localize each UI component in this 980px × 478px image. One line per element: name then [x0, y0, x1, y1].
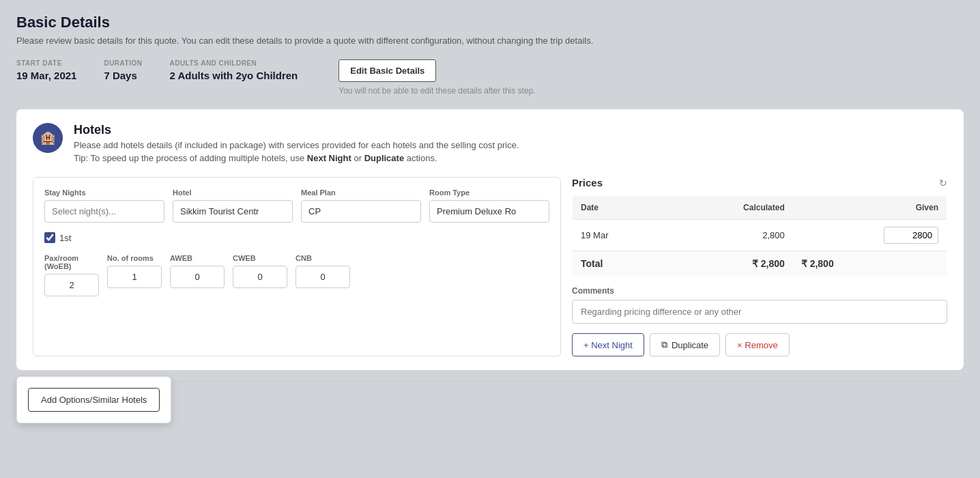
prices-panel: Prices ↻ Date Calculated Given 19 Mar — [572, 177, 947, 356]
hotels-card: 🏨 Hotels Please add hotels details (if i… — [16, 109, 964, 370]
edit-basic-details-button[interactable]: Edit Basic Details — [338, 59, 436, 82]
cnb-group: CNB — [296, 254, 350, 296]
hotel-label: Hotel — [173, 188, 293, 197]
duplicate-button[interactable]: ⧉ Duplicate — [650, 333, 720, 356]
adults-label: ADULTS AND CHILDREN — [169, 59, 298, 67]
night-1-label: 1st — [59, 233, 71, 243]
adults-group: ADULTS AND CHILDREN 2 Adults with 2yo Ch… — [169, 59, 298, 81]
duration-value: 7 Days — [104, 70, 142, 81]
edit-section: Edit Basic Details You will not be able … — [338, 59, 535, 96]
aweb-group: AWEB — [170, 254, 225, 296]
add-options-similar-hotels-button[interactable]: Add Options/Similar Hotels — [28, 388, 160, 412]
duplicate-icon: ⧉ — [661, 339, 667, 350]
meal-plan-label: Meal Plan — [301, 188, 421, 197]
stay-nights-input[interactable] — [44, 200, 164, 223]
price-given-cell-1 — [793, 220, 947, 251]
duration-group: DURATION 7 Days — [104, 59, 142, 81]
stay-nights-group: Stay Nights — [44, 188, 164, 223]
cweb-input[interactable] — [233, 266, 287, 288]
tip-next: Next Night — [307, 153, 351, 163]
room-type-label: Room Type — [429, 188, 549, 197]
meal-plan-group: Meal Plan — [301, 188, 421, 223]
prices-table-header: Date Calculated Given — [573, 196, 947, 220]
basic-details-bar: START DATE 19 Mar, 2021 DURATION 7 Days … — [16, 59, 964, 96]
total-calculated: ₹ 2,800 — [668, 251, 793, 277]
remove-button[interactable]: × Remove — [725, 333, 790, 356]
given-col-header: Given — [793, 196, 947, 220]
no-rooms-input[interactable] — [107, 266, 162, 288]
meal-plan-input[interactable] — [301, 200, 421, 223]
total-label: Total — [573, 251, 668, 277]
night-1-checkbox[interactable] — [44, 232, 55, 243]
cweb-label: CWEB — [233, 254, 287, 262]
adults-value: 2 Adults with 2yo Children — [169, 70, 298, 81]
tip-suffix: actions. — [404, 153, 437, 163]
page-container: Basic Details Please review basic detail… — [0, 0, 980, 478]
price-total-row: Total ₹ 2,800 ₹ 2,800 — [573, 251, 947, 277]
cnb-label: CNB — [296, 254, 350, 262]
action-buttons: + Next Night ⧉ Duplicate × Remove — [572, 333, 947, 356]
price-given-input-1[interactable] — [884, 227, 938, 244]
cweb-group: CWEB — [233, 254, 287, 296]
prices-table: Date Calculated Given 19 Mar 2,800 — [572, 195, 947, 277]
duplicate-label: Duplicate — [672, 340, 708, 350]
price-date-1: 19 Mar — [573, 220, 668, 251]
aweb-input[interactable] — [170, 266, 225, 288]
room-type-input[interactable] — [429, 200, 549, 223]
hotel-form-area: Stay Nights Hotel Meal Plan Room Type — [33, 177, 947, 356]
hotels-tip: Tip: To speed up the process of adding m… — [74, 153, 519, 163]
checkbox-row: 1st — [44, 232, 549, 243]
form-row-2: Pax/room (WoEB) No. of rooms AWEB CWEB — [44, 254, 549, 296]
hotels-header: 🏨 Hotels Please add hotels details (if i… — [33, 123, 947, 163]
comments-input[interactable] — [572, 300, 947, 324]
hotels-title: Hotels — [74, 123, 519, 137]
edit-note: You will not be able to edit these detai… — [338, 86, 535, 96]
pax-room-input[interactable] — [44, 274, 99, 296]
form-row-1: Stay Nights Hotel Meal Plan Room Type — [44, 188, 549, 223]
page-title: Basic Details — [16, 14, 964, 31]
prices-header: Prices ↻ — [572, 177, 947, 188]
hotel-group: Hotel — [173, 188, 293, 223]
total-given: ₹ 2,800 — [793, 251, 947, 277]
price-row-1: 19 Mar 2,800 — [573, 220, 947, 251]
start-date-label: START DATE — [16, 59, 76, 67]
next-night-button[interactable]: + Next Night — [572, 333, 644, 356]
prices-title: Prices — [572, 177, 603, 188]
pax-room-group: Pax/room (WoEB) — [44, 254, 99, 296]
hotel-form-left: Stay Nights Hotel Meal Plan Room Type — [33, 177, 561, 356]
hotel-icon: 🏨 — [33, 123, 63, 153]
start-date-group: START DATE 19 Mar, 2021 — [16, 59, 76, 81]
hotel-input[interactable] — [173, 200, 293, 223]
stay-nights-label: Stay Nights — [44, 188, 164, 197]
price-calculated-1: 2,800 — [668, 220, 793, 251]
comments-label: Comments — [572, 286, 947, 296]
tip-duplicate: Duplicate — [364, 153, 405, 163]
hotels-description: Please add hotels details (if included i… — [74, 140, 519, 150]
date-col-header: Date — [573, 196, 668, 220]
refresh-icon[interactable]: ↻ — [939, 178, 947, 188]
room-type-group: Room Type — [429, 188, 549, 223]
calculated-col-header: Calculated — [668, 196, 793, 220]
pax-room-label: Pax/room (WoEB) — [44, 254, 99, 270]
duration-label: DURATION — [104, 59, 142, 67]
aweb-label: AWEB — [170, 254, 225, 262]
cnb-input[interactable] — [296, 266, 350, 288]
add-options-popup: Add Options/Similar Hotels — [16, 376, 171, 423]
tip-middle: or — [351, 153, 364, 163]
tip-prefix: Tip: To speed up the process of adding m… — [74, 153, 307, 163]
start-date-value: 19 Mar, 2021 — [16, 70, 76, 81]
no-rooms-label: No. of rooms — [107, 254, 162, 262]
page-subtitle: Please review basic details for this quo… — [16, 36, 964, 46]
hotels-header-text: Hotels Please add hotels details (if inc… — [74, 123, 519, 163]
no-rooms-group: No. of rooms — [107, 254, 162, 296]
